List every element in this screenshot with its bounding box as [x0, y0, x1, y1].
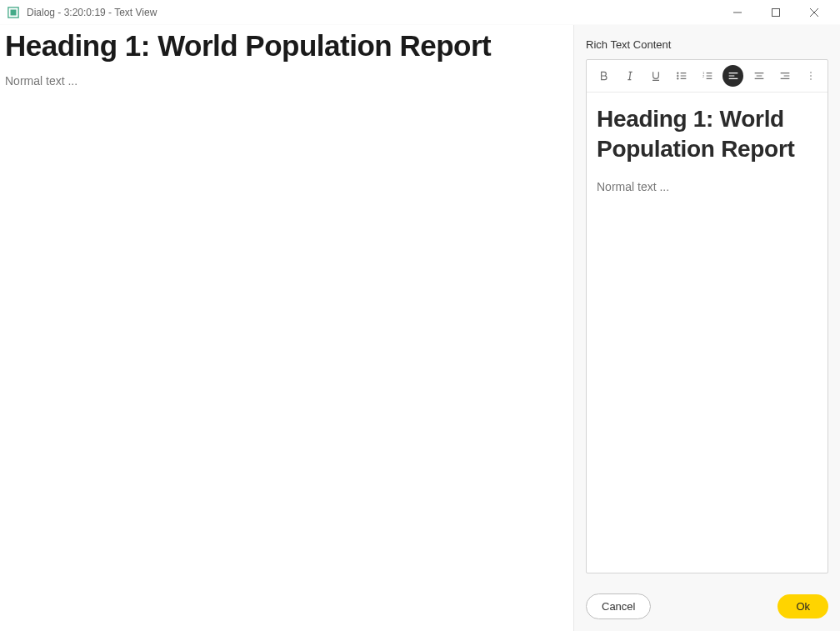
- svg-point-11: [677, 75, 678, 77]
- window-title: Dialog - 3:20:0:19 - Text View: [27, 7, 718, 18]
- titlebar: Dialog - 3:20:0:19 - Text View: [0, 0, 840, 25]
- window-controls: [718, 0, 833, 25]
- svg-point-32: [810, 78, 812, 80]
- align-center-button[interactable]: [748, 65, 769, 87]
- editor-pane: Rich Text Content 12: [574, 25, 840, 631]
- editor-heading: Heading 1: World Population Report: [597, 104, 818, 165]
- editor-toolbar: 12: [587, 60, 828, 93]
- align-right-button[interactable]: [774, 65, 795, 87]
- svg-line-8: [629, 72, 630, 79]
- dialog-buttons: Cancel Ok: [586, 573, 828, 619]
- svg-text:2: 2: [702, 74, 705, 78]
- preview-text: Normal text ...: [5, 74, 568, 88]
- rich-text-editor: 12 Heading 1: World Population Report No…: [586, 59, 828, 573]
- minimize-button[interactable]: [718, 0, 757, 25]
- maximize-button[interactable]: [757, 0, 795, 25]
- svg-rect-1: [11, 9, 17, 15]
- align-left-button[interactable]: [722, 65, 743, 87]
- main-area: Heading 1: World Population Report Norma…: [0, 25, 840, 631]
- editor-content-area[interactable]: Heading 1: World Population Report Norma…: [587, 93, 828, 573]
- ok-button[interactable]: Ok: [778, 594, 828, 618]
- svg-rect-3: [772, 8, 780, 16]
- bold-button[interactable]: [593, 65, 614, 87]
- preview-pane: Heading 1: World Population Report Norma…: [0, 25, 574, 631]
- cancel-button[interactable]: Cancel: [586, 593, 651, 619]
- svg-point-31: [810, 75, 812, 77]
- editor-text: Normal text ...: [597, 180, 818, 193]
- app-icon: [7, 6, 20, 19]
- editor-label: Rich Text Content: [586, 38, 828, 51]
- preview-heading: Heading 1: World Population Report: [5, 30, 568, 63]
- more-options-button[interactable]: [800, 65, 821, 87]
- svg-point-10: [677, 73, 678, 74]
- numbered-list-button[interactable]: 12: [697, 65, 718, 87]
- svg-point-30: [810, 72, 812, 73]
- italic-button[interactable]: [619, 65, 640, 87]
- close-button[interactable]: [795, 0, 833, 25]
- bullet-list-button[interactable]: [671, 65, 692, 87]
- svg-point-12: [677, 78, 678, 79]
- underline-button[interactable]: [645, 65, 666, 87]
